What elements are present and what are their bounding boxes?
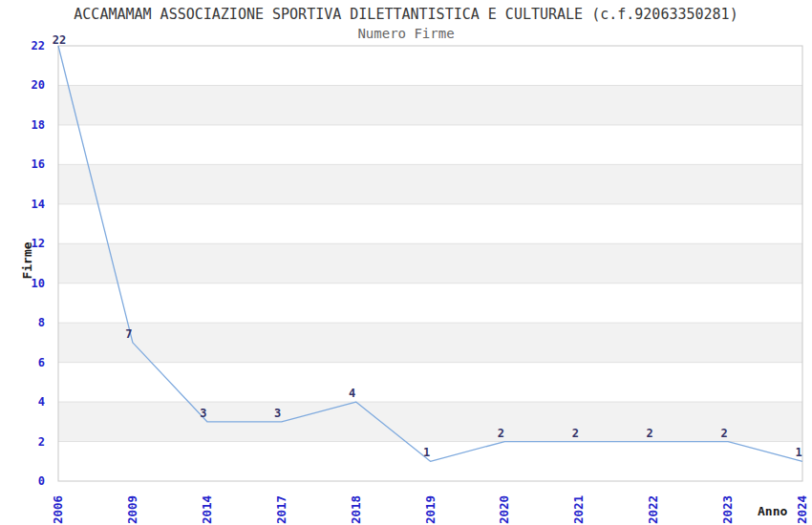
y-tick-label: 0 [38, 474, 45, 488]
y-tick-label: 10 [32, 277, 45, 290]
band-stripe [58, 164, 802, 203]
data-label: 2 [720, 427, 727, 440]
band-stripe [58, 85, 802, 124]
data-label: 1 [423, 446, 430, 459]
data-label: 7 [125, 327, 132, 341]
data-label: 2 [498, 427, 504, 440]
x-tick-label: 2017 [274, 495, 288, 524]
band-stripe [58, 243, 802, 283]
y-tick-label: 6 [38, 356, 45, 369]
x-tick-label: 2019 [423, 495, 438, 524]
x-tick-label: 2014 [200, 495, 214, 524]
x-tick-label: 2024 [795, 495, 809, 524]
band-stripe [58, 323, 802, 362]
y-tick-label: 16 [32, 158, 45, 171]
data-label: 3 [200, 407, 206, 420]
data-label: 2 [647, 427, 653, 440]
x-tick-label: 2020 [497, 495, 511, 524]
data-label: 22 [53, 33, 66, 47]
y-tick-label: 14 [32, 198, 45, 211]
x-tick-label: 2022 [646, 495, 660, 524]
data-label: 3 [274, 407, 281, 420]
x-tick-label: 2009 [125, 495, 139, 524]
chart-root: ACCAMAMAM ASSOCIAZIONE SPORTIVA DILETTAN… [0, 0, 812, 525]
x-tick-label: 2023 [720, 495, 735, 524]
data-label: 1 [795, 446, 801, 459]
x-tick-label: 2006 [51, 495, 65, 524]
y-tick-label: 20 [32, 78, 45, 92]
line-chart-canvas: 0246810121416182022200620092014201720182… [0, 0, 812, 525]
y-tick-label: 22 [32, 39, 45, 52]
y-tick-label: 8 [38, 316, 45, 329]
x-tick-label: 2018 [349, 495, 363, 524]
y-tick-label: 12 [32, 237, 45, 250]
y-tick-label: 18 [32, 118, 45, 132]
data-label: 2 [572, 427, 579, 440]
x-tick-label: 2021 [571, 495, 586, 524]
band-stripe [58, 402, 802, 441]
y-tick-label: 4 [38, 395, 45, 409]
data-label: 4 [349, 387, 355, 400]
y-tick-label: 2 [38, 435, 45, 449]
